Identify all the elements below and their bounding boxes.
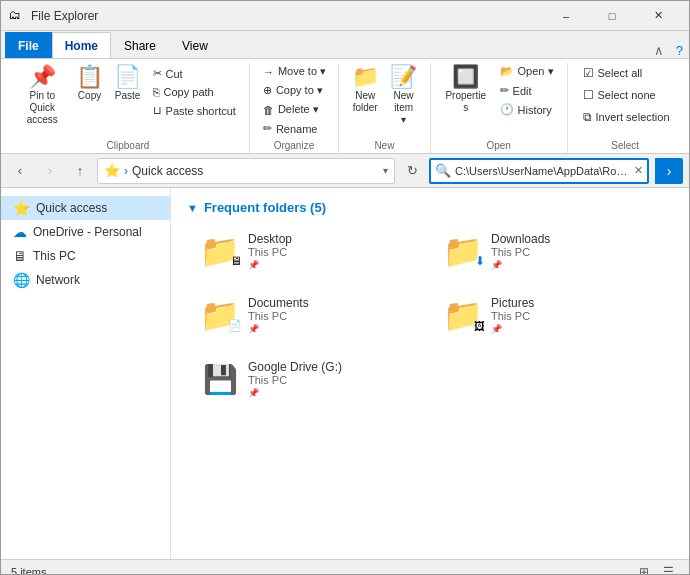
organize-col: → Move to ▾ ⊕ Copy to ▾ 🗑 Delete ▾ ✏ Ren… (258, 63, 331, 137)
tab-share[interactable]: Share (111, 32, 169, 58)
delete-button[interactable]: 🗑 Delete ▾ (258, 101, 331, 118)
downloads-name: Downloads (491, 232, 550, 246)
history-button[interactable]: 🕐 History (495, 101, 559, 118)
new-item-button[interactable]: 📝 Newitem ▾ (385, 63, 421, 129)
help-button[interactable]: ? (670, 43, 689, 58)
paste-shortcut-icon: ⊔ (153, 104, 162, 117)
pictures-name: Pictures (491, 296, 534, 310)
sidebar-item-network[interactable]: 🌐 Network (1, 268, 170, 292)
close-button[interactable]: ✕ (635, 1, 681, 31)
section-chevron-icon: ▼ (187, 202, 198, 214)
pictures-sub: This PC (491, 310, 534, 322)
ribbon-group-select: ☑ Select all ☐ Select none ⧉ Invert sele… (568, 63, 683, 153)
invert-selection-icon: ⧉ (583, 110, 592, 124)
properties-button[interactable]: 🔲 Properties (439, 63, 493, 117)
desktop-folder-icon: 📁 🖥 (200, 233, 240, 269)
file-item-documents[interactable]: 📁 📄 Documents This PC 📌 (195, 291, 430, 339)
file-item-desktop[interactable]: 📁 🖥 Desktop This PC 📌 (195, 227, 430, 275)
organize-buttons: → Move to ▾ ⊕ Copy to ▾ 🗑 Delete ▾ ✏ Ren… (258, 63, 330, 137)
downloads-folder-icon: 📁 ⬇ (443, 233, 483, 269)
search-bar: 🔍 C:\Users\UserName\AppData\Roaming\O...… (429, 158, 649, 184)
new-folder-button[interactable]: 📁 Newfolder (347, 63, 383, 117)
new-folder-icon: 📁 (352, 66, 379, 88)
google-drive-pin: 📌 (248, 388, 342, 398)
maximize-button[interactable]: □ (589, 1, 635, 31)
select-all-button[interactable]: ☑ Select all (576, 63, 650, 83)
pictures-info: Pictures This PC 📌 (491, 296, 534, 334)
item-count: 5 items (11, 566, 46, 576)
delete-icon: 🗑 (263, 104, 274, 116)
move-to-icon: → (263, 66, 274, 78)
paste-shortcut-button[interactable]: ⊔ Paste shortcut (148, 102, 241, 119)
cut-button[interactable]: ✂ Cut (148, 65, 241, 82)
select-none-icon: ☐ (583, 88, 594, 102)
address-star-icon: ⭐ (104, 163, 120, 178)
documents-pin: 📌 (248, 324, 309, 334)
ribbon-collapse-button[interactable]: ∧ (648, 43, 670, 58)
copy-path-button[interactable]: ⎘ Copy path (148, 84, 241, 100)
clipboard-small-buttons: ✂ Cut ⎘ Copy path ⊔ Paste shortcut (148, 63, 241, 119)
edit-button[interactable]: ✏ Edit (495, 82, 559, 99)
ribbon-group-organize: → Move to ▾ ⊕ Copy to ▾ 🗑 Delete ▾ ✏ Ren… (250, 63, 339, 153)
onedrive-icon: ☁ (13, 224, 27, 240)
sidebar-item-this-pc[interactable]: 🖥 This PC (1, 244, 170, 268)
address-dropdown-icon[interactable]: ▾ (383, 165, 388, 176)
sidebar: ⭐ Quick access ☁ OneDrive - Personal 🖥 T… (1, 188, 171, 559)
copy-to-button[interactable]: ⊕ Copy to ▾ (258, 82, 331, 99)
grid-view-button[interactable]: ⊞ (633, 562, 655, 576)
paste-button[interactable]: 📄 Paste (110, 63, 146, 105)
desktop-pin: 📌 (248, 260, 292, 270)
pictures-folder-icon: 📁 🖼 (443, 297, 483, 333)
ribbon-group-clipboard: 📌 Pin to Quickaccess 📋 Copy 📄 Paste ✂ Cu… (7, 63, 250, 153)
sidebar-item-onedrive[interactable]: ☁ OneDrive - Personal (1, 220, 170, 244)
open-button[interactable]: 📂 Open ▾ (495, 63, 559, 80)
move-to-button[interactable]: → Move to ▾ (258, 63, 331, 80)
google-drive-icon: 💾 (200, 361, 240, 397)
google-drive-info: Google Drive (G:) This PC 📌 (248, 360, 342, 398)
minimize-button[interactable]: – (543, 1, 589, 31)
file-area: ▼ Frequent folders (5) 📁 🖥 Desktop This … (171, 188, 689, 559)
this-pc-label: This PC (33, 249, 162, 263)
pin-icon: 📌 (29, 66, 56, 88)
clipboard-label: Clipboard (15, 137, 241, 153)
select-none-button[interactable]: ☐ Select none (576, 85, 663, 105)
list-view-button[interactable]: ☰ (657, 562, 679, 576)
sidebar-item-quick-access[interactable]: ⭐ Quick access (1, 196, 170, 220)
downloads-info: Downloads This PC 📌 (491, 232, 550, 270)
copy-to-icon: ⊕ (263, 84, 272, 97)
file-item-pictures[interactable]: 📁 🖼 Pictures This PC 📌 (438, 291, 673, 339)
refresh-button[interactable]: ↻ (399, 158, 425, 184)
rename-icon: ✏ (263, 122, 272, 135)
search-go-button[interactable]: › (655, 158, 683, 184)
copy-icon: 📋 (76, 66, 103, 88)
search-clear-button[interactable]: ✕ (634, 164, 643, 177)
file-item-downloads[interactable]: 📁 ⬇ Downloads This PC 📌 (438, 227, 673, 275)
cut-icon: ✂ (153, 67, 162, 80)
section-header: ▼ Frequent folders (5) (187, 200, 673, 215)
tab-view[interactable]: View (169, 32, 221, 58)
history-icon: 🕐 (500, 103, 514, 116)
ribbon-tabs: File Home Share View ∧ ? (1, 31, 689, 59)
file-item-google-drive[interactable]: 💾 Google Drive (G:) This PC 📌 (195, 355, 430, 403)
desktop-info: Desktop This PC 📌 (248, 232, 292, 270)
tab-file[interactable]: File (5, 32, 52, 58)
forward-button[interactable]: › (37, 158, 63, 184)
back-button[interactable]: ‹ (7, 158, 33, 184)
view-buttons: ⊞ ☰ (633, 562, 679, 576)
documents-folder-icon: 📁 📄 (200, 297, 240, 333)
downloads-sub: This PC (491, 246, 550, 258)
documents-info: Documents This PC 📌 (248, 296, 309, 334)
pin-quick-access-button[interactable]: 📌 Pin to Quickaccess (15, 63, 70, 129)
onedrive-label: OneDrive - Personal (33, 225, 162, 239)
rename-button[interactable]: ✏ Rename (258, 120, 331, 137)
address-bar[interactable]: ⭐ › Quick access ▾ (97, 158, 395, 184)
window-controls: – □ ✕ (543, 1, 681, 31)
invert-selection-button[interactable]: ⧉ Invert selection (576, 107, 677, 127)
up-button[interactable]: ↑ (67, 158, 93, 184)
copy-button[interactable]: 📋 Copy (72, 63, 108, 105)
google-drive-sub: This PC (248, 374, 342, 386)
ribbon-group-new: 📁 Newfolder 📝 Newitem ▾ New (339, 63, 431, 153)
open-label: Open (439, 137, 559, 153)
tab-home[interactable]: Home (52, 32, 111, 58)
section-title: Frequent folders (5) (204, 200, 326, 215)
